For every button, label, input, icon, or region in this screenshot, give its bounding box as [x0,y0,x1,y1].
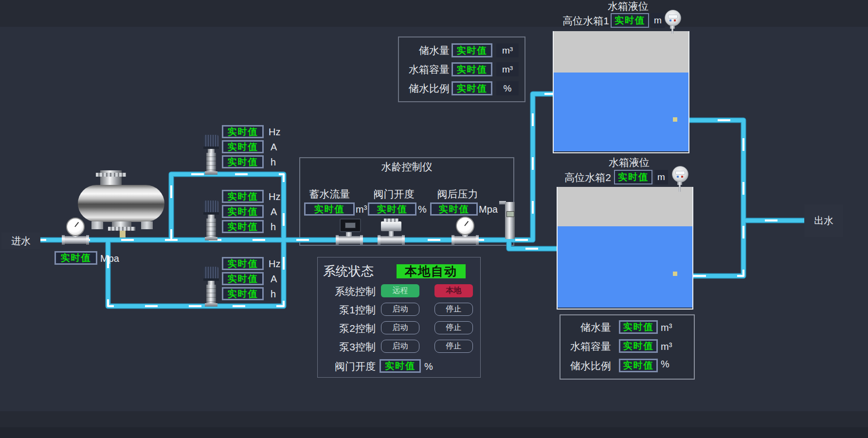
pump2-hours-value: 实时值 [222,220,264,233]
pump3-stop-button[interactable]: 停止 [434,340,473,353]
inlet-label-box: 进水 [1,233,40,249]
tank2-level-title: 水箱液位 [588,157,670,168]
tank2-level-unit-text: m [657,172,665,182]
valve-opening-value: 实时值 [380,359,421,373]
pump1-base [205,171,217,175]
vessel-bottom-flange [108,227,135,231]
tank2-sensor-marker [673,272,677,276]
pump1-stop-button[interactable]: 停止 [434,303,473,316]
pump2-freq-value: 实时值 [222,190,264,203]
transmitter-lcd [506,211,514,217]
hmi-water-supply-screen: 进水 实时值 Mpa 出水 实时值 Hz 实时值 A 实时值 h [0,0,868,438]
transmitter-body [505,202,515,239]
outlet-label-box: 出水 [804,204,843,237]
valve-open-value: 实时值 [368,202,416,216]
inlet-gauge-tee [64,236,87,244]
inlet-pressure-unit: Mpa [100,253,119,264]
pump1-freq-value: 实时值 [222,125,264,138]
pump2-icon [203,201,219,240]
pump3-base [205,303,217,307]
tank1-level-unit-text: m [654,15,662,26]
control-valve-icon [381,221,401,231]
pump2-base [205,237,217,240]
after-valve-pressure-gauge-icon [456,217,474,235]
valve-opening-label: 阀门开度 [317,361,376,372]
pump1-current-unit: A [271,141,277,153]
pump3-freq-value: 实时值 [222,257,264,270]
tank1-level-value: 实时值 [611,13,649,28]
inlet-pressure-gauge-icon [66,218,85,236]
pump1-hours-value: 实时值 [222,155,264,168]
system-mode-badge: 本地自动 [397,264,466,278]
after-valve-pressure-unit: Mpa [479,203,498,215]
pump2-current-value: 实时值 [222,205,264,218]
system-control-label: 系统控制 [317,286,376,297]
tank1-name: 高位水箱1 [549,15,609,27]
flow-unit: m³ [356,203,367,215]
tank1 [553,31,689,153]
pump2-freq-unit: Hz [269,191,280,202]
pump1-neck [208,149,215,153]
tank1-level-unit: m [651,13,665,28]
outlet-label: 出水 [814,214,833,227]
tank1-air-space [554,31,688,73]
vessel-drain-connector [120,231,126,237]
pump1-icon [203,135,219,175]
control-valve-tee [380,236,402,244]
tank2-level-value: 实时值 [614,170,652,184]
pump2-body [206,219,216,237]
flow-meter-screen [345,222,356,228]
valve-opening-unit: % [424,361,433,372]
after-valve-gauge-tee [454,236,476,244]
pump1-control-label: 泵1控制 [317,304,376,316]
tank2-water [558,226,692,308]
system-status-title: 系统状态 [323,263,374,280]
tank1-water [554,73,688,151]
control-valve-fins [384,219,398,222]
tank2-air-space [558,187,692,226]
pump3-current-unit: A [271,273,277,285]
pressure-transmitter-icon [499,198,518,239]
pump2-neck [208,215,215,219]
tank2 [557,187,693,310]
tank2-name: 高位水箱2 [549,172,611,183]
pump1-current-value: 实时值 [222,140,264,153]
pump2-stop-button[interactable]: 停止 [434,321,473,334]
tank1-sensor-marker [673,117,677,122]
flow-value: 实时值 [304,202,355,216]
remote-button[interactable]: 远程 [381,284,419,297]
pump3-body [206,285,216,303]
local-button[interactable]: 本地 [434,284,473,297]
pump1-body [206,153,216,171]
pump1-start-button[interactable]: 启动 [381,303,419,316]
pump1-hours-unit: h [271,156,276,168]
pump3-motor [204,267,218,278]
pump3-start-button[interactable]: 启动 [381,340,419,353]
vessel-leg-left [91,221,103,229]
inlet-pressure-value: 实时值 [54,251,97,265]
tank1-level-title: 水箱液位 [587,0,669,12]
vessel-body [78,185,164,222]
pump3-hours-value: 实时值 [222,287,264,300]
pump3-neck [208,281,215,285]
pump1-freq-unit: Hz [269,126,280,138]
tank1-level-sensor-icon [665,10,681,26]
pump3-current-value: 实时值 [222,272,264,285]
vessel-top-flange [96,173,126,177]
pump2-current-unit: A [271,206,277,218]
pump2-start-button[interactable]: 启动 [381,321,419,334]
tank2-sensor-rod [679,185,681,192]
pump3-icon [203,267,219,307]
pump2-hours-unit: h [271,221,276,233]
flow-meter-icon [340,219,361,232]
control-valve-stem [389,231,394,237]
pump3-hours-unit: h [271,288,276,300]
tank2-level-sensor-icon [672,166,688,182]
valve-open-unit: % [418,203,427,215]
tank1-sensor-rod [671,29,673,34]
pump1-motor [204,135,218,146]
vessel-leg-right [141,221,153,229]
pressure-vessel-icon [78,169,175,238]
tank2-level-unit: m [654,170,668,184]
pump3-freq-unit: Hz [269,258,280,270]
